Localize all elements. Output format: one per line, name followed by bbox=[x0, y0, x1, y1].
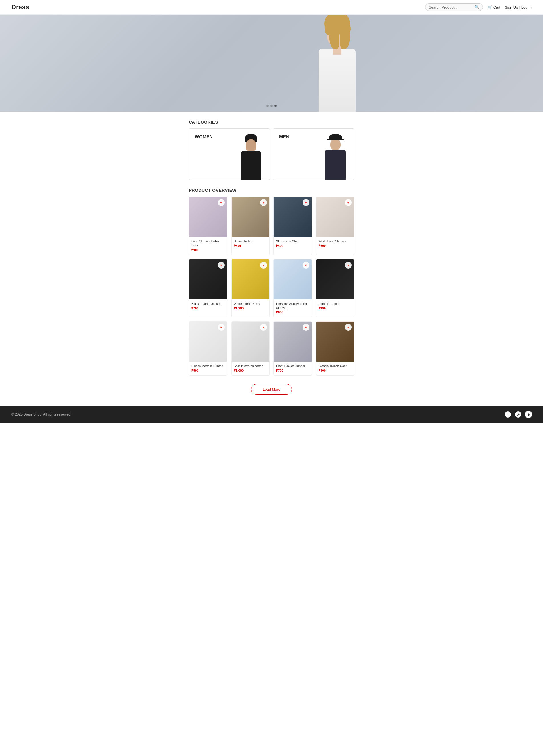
login-link[interactable]: Log In bbox=[521, 5, 532, 9]
women-head bbox=[245, 139, 256, 152]
load-more-section: Load More bbox=[189, 384, 354, 395]
product-image-0: ♥ bbox=[189, 197, 227, 237]
product-name-1: Brown Jacket bbox=[234, 239, 267, 243]
footer-copyright: © 2020 Dress Shop. All rights reserved. bbox=[11, 412, 71, 416]
footer-icons: f ◎ ⊙ bbox=[505, 411, 532, 418]
github-icon[interactable]: ⊙ bbox=[525, 411, 532, 418]
wishlist-button-9[interactable]: ♥ bbox=[260, 324, 267, 331]
categories-title: CATEGORIES bbox=[189, 120, 354, 124]
product-info-1: Brown Jacket ₱800 bbox=[231, 237, 269, 251]
product-name-4: Black Leather Jacket bbox=[191, 302, 225, 306]
hero-banner bbox=[0, 15, 543, 112]
product-card-0[interactable]: ♥ Long Sleeves Polka Dots ₱900 bbox=[189, 197, 227, 255]
category-card-men[interactable]: MEN bbox=[273, 128, 354, 180]
product-image-11: ♥ bbox=[316, 322, 354, 362]
wishlist-button-8[interactable]: ♥ bbox=[218, 324, 225, 331]
product-name-10: Front Pocket Jumper bbox=[276, 364, 310, 368]
product-image-1: ♥ bbox=[231, 197, 269, 237]
wishlist-button-4[interactable]: ♥ bbox=[218, 262, 225, 269]
women-figure bbox=[235, 134, 266, 180]
product-image-4: ♥ bbox=[189, 259, 227, 299]
product-info-7: Femmo T-shirt ₱499 bbox=[316, 299, 354, 313]
product-card-3[interactable]: ♥ White Long Sleeves ₱800 bbox=[316, 197, 355, 255]
product-info-11: Classic Trench Coat ₱900 bbox=[316, 362, 354, 375]
product-info-10: Front Pocket Jumper ₱700 bbox=[274, 362, 312, 375]
product-image-5: ♥ bbox=[231, 259, 269, 299]
product-card-11[interactable]: ♥ Classic Trench Coat ₱900 bbox=[316, 321, 355, 376]
product-card-5[interactable]: ♥ White Floral Dress ₱1,200 bbox=[231, 259, 270, 318]
wishlist-button-10[interactable]: ♥ bbox=[303, 324, 310, 331]
product-price-3: ₱800 bbox=[319, 244, 352, 248]
product-card-2[interactable]: ♥ Sleeveless Shirt ₱400 bbox=[274, 197, 312, 255]
wishlist-button-2[interactable]: ♥ bbox=[303, 199, 310, 206]
product-price-10: ₱700 bbox=[276, 369, 310, 372]
product-name-11: Classic Trench Coat bbox=[319, 364, 352, 368]
wishlist-button-7[interactable]: ♥ bbox=[345, 262, 352, 269]
carousel-dot-1[interactable] bbox=[266, 105, 268, 107]
product-card-10[interactable]: ♥ Front Pocket Jumper ₱700 bbox=[274, 321, 312, 376]
categories-grid: WOMEN MEN bbox=[189, 128, 354, 180]
product-price-11: ₱900 bbox=[319, 369, 352, 372]
product-card-4[interactable]: ♥ Black Leather Jacket ₱700 bbox=[189, 259, 227, 318]
product-price-4: ₱700 bbox=[191, 307, 225, 310]
product-price-6: ₱900 bbox=[276, 311, 310, 314]
product-price-7: ₱499 bbox=[319, 307, 352, 310]
product-price-9: ₱1,000 bbox=[234, 369, 267, 372]
wishlist-button-0[interactable]: ♥ bbox=[218, 199, 225, 206]
women-body bbox=[241, 151, 261, 180]
hero-body bbox=[319, 49, 356, 112]
men-body bbox=[325, 150, 346, 180]
hero-person-container bbox=[309, 20, 366, 112]
signup-link[interactable]: Sign Up bbox=[505, 5, 518, 9]
product-info-5: White Floral Dress ₱1,200 bbox=[231, 299, 269, 313]
product-info-3: White Long Sleeves ₱800 bbox=[316, 237, 354, 251]
men-figure bbox=[320, 134, 351, 180]
wishlist-button-5[interactable]: ♥ bbox=[260, 262, 267, 269]
search-icon-button[interactable]: 🔍 bbox=[475, 5, 479, 9]
product-name-3: White Long Sleeves bbox=[319, 239, 352, 243]
product-info-2: Sleeveless Shirt ₱400 bbox=[274, 237, 312, 251]
logo[interactable]: Dress bbox=[11, 3, 29, 11]
load-more-button[interactable]: Load More bbox=[251, 384, 292, 395]
men-hat bbox=[329, 134, 342, 140]
cart-icon: 🛒 bbox=[488, 5, 492, 9]
product-price-1: ₱800 bbox=[234, 244, 267, 248]
carousel-dot-3[interactable] bbox=[275, 105, 277, 107]
product-card-1[interactable]: ♥ Brown Jacket ₱800 bbox=[231, 197, 270, 255]
main-content: CATEGORIES WOMEN MEN PRODUCT OVERVIEW ♥ bbox=[183, 120, 360, 395]
product-price-0: ₱900 bbox=[191, 248, 225, 252]
product-name-5: White Floral Dress bbox=[234, 302, 267, 306]
product-info-8: Pieces Mettalic Printed ₱500 bbox=[189, 362, 227, 375]
product-name-9: Shirt in stretch cotton bbox=[234, 364, 267, 368]
wishlist-button-3[interactable]: ♥ bbox=[345, 199, 352, 206]
product-name-7: Femmo T-shirt bbox=[319, 302, 352, 306]
product-info-4: Black Leather Jacket ₱700 bbox=[189, 299, 227, 313]
site-footer: © 2020 Dress Shop. All rights reserved. … bbox=[0, 406, 543, 423]
instagram-icon[interactable]: ◎ bbox=[515, 411, 521, 418]
product-name-2: Sleeveless Shirt bbox=[276, 239, 310, 243]
product-card-7[interactable]: ♥ Femmo T-shirt ₱499 bbox=[316, 259, 355, 318]
product-card-8[interactable]: ♥ Pieces Mettalic Printed ₱500 bbox=[189, 321, 227, 376]
site-header: Dress 🔍 🛒 Cart Sign Up | Log In bbox=[0, 0, 543, 15]
carousel-dot-2[interactable] bbox=[270, 105, 273, 107]
nav-divider: | bbox=[519, 5, 520, 9]
cart-label: Cart bbox=[493, 5, 500, 9]
product-image-9: ♥ bbox=[231, 322, 269, 362]
wishlist-button-6[interactable]: ♥ bbox=[303, 262, 310, 269]
cart-link[interactable]: 🛒 Cart bbox=[488, 5, 500, 9]
product-name-6: Herschel Supply Long Sleeves bbox=[276, 302, 310, 310]
hero-figure bbox=[294, 15, 380, 112]
product-name-8: Pieces Mettalic Printed bbox=[191, 364, 225, 368]
carousel-dots bbox=[266, 105, 277, 107]
category-label-men: MEN bbox=[279, 134, 290, 140]
product-card-6[interactable]: ♥ Herschel Supply Long Sleeves ₱900 bbox=[274, 259, 312, 318]
product-card-9[interactable]: ♥ Shirt in stretch cotton ₱1,000 bbox=[231, 321, 270, 376]
facebook-icon[interactable]: f bbox=[505, 411, 511, 418]
product-info-6: Herschel Supply Long Sleeves ₱900 bbox=[274, 299, 312, 317]
product-info-9: Shirt in stretch cotton ₱1,000 bbox=[231, 362, 269, 375]
category-card-women[interactable]: WOMEN bbox=[189, 128, 270, 180]
search-input[interactable] bbox=[429, 5, 475, 9]
product-price-2: ₱400 bbox=[276, 244, 310, 248]
wishlist-button-11[interactable]: ♥ bbox=[345, 324, 352, 331]
wishlist-button-1[interactable]: ♥ bbox=[260, 199, 267, 206]
